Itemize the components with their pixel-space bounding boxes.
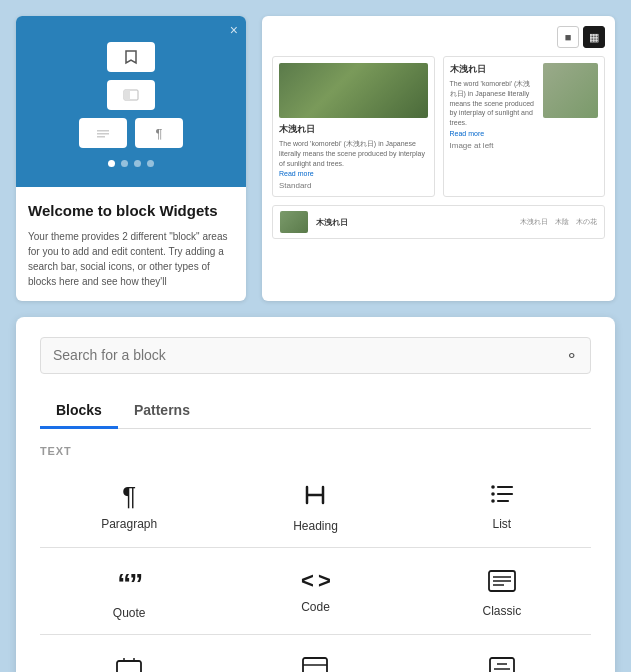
block-classic[interactable]: Classic — [413, 556, 591, 630]
blog-strip-thumb — [280, 211, 308, 233]
svg-point-10 — [491, 499, 495, 503]
blog-post-2-link[interactable]: Read more — [450, 130, 538, 137]
heading-label: Heading — [293, 519, 338, 533]
heading-icon — [303, 483, 327, 511]
svg-rect-20 — [490, 658, 514, 673]
block-paragraph[interactable]: ¶ Paragraph — [40, 469, 218, 543]
welcome-desc: Your theme provides 2 different "block" … — [28, 229, 234, 289]
welcome-title: Welcome to block Widgets — [28, 201, 234, 221]
svg-rect-1 — [124, 90, 130, 100]
widget-icon-image — [107, 80, 155, 110]
svg-rect-2 — [97, 130, 109, 132]
blog-strip-tags: 木洩れ日 木陰 木の花 — [520, 217, 597, 227]
tabs-row: Blocks Patterns — [40, 394, 591, 429]
block-heading[interactable]: Heading — [226, 469, 404, 543]
widget-icon-paragraph: ¶ — [135, 118, 183, 148]
list-icon — [490, 483, 514, 509]
close-button[interactable]: × — [230, 22, 238, 38]
block-code[interactable]: < > Code — [226, 556, 404, 630]
dot-4[interactable] — [147, 160, 154, 167]
dot-1[interactable] — [108, 160, 115, 167]
carousel-dots — [108, 160, 154, 167]
widget-icon-bookmark — [107, 42, 155, 72]
search-icon: ⚬ — [565, 346, 578, 365]
block-quote[interactable]: “” Quote — [40, 556, 218, 630]
block-extra-1[interactable] — [40, 643, 218, 673]
list-view-button[interactable]: ▦ — [583, 26, 605, 48]
blog-posts-grid: 木洩れ日 The word 'komorebi' (木洩れ日) in Japan… — [272, 56, 605, 197]
svg-rect-3 — [97, 133, 109, 135]
section-text-label: TEXT — [40, 445, 591, 457]
blog-post-1-desc: The word 'komorebi' (木洩れ日) in Japanese l… — [279, 139, 428, 168]
blog-post-1-image — [279, 63, 428, 118]
paragraph-label: Paragraph — [101, 517, 157, 531]
svg-rect-4 — [97, 136, 105, 138]
blog-post-2-label: Image at left — [450, 141, 599, 150]
grid-view-button[interactable]: ■ — [557, 26, 579, 48]
classic-icon — [488, 570, 516, 596]
svg-rect-15 — [117, 661, 141, 673]
blocks-row-2: “” Quote < > Code Classic — [40, 556, 591, 630]
blog-post-2: 木洩れ日 The word 'komorebi' (木洩れ日) in Japan… — [443, 56, 606, 197]
block-panel: ⚬ Blocks Patterns TEXT ¶ Paragraph Headi… — [16, 317, 615, 673]
welcome-card-header: × — [16, 16, 246, 187]
code-label: Code — [301, 600, 330, 614]
extra-2-icon — [302, 657, 328, 673]
svg-point-9 — [491, 492, 495, 496]
blocks-row-3 — [40, 643, 591, 673]
paragraph-icon: ¶ — [122, 483, 136, 509]
search-box: ⚬ — [40, 337, 591, 374]
blog-post-2-image — [543, 63, 598, 118]
dot-3[interactable] — [134, 160, 141, 167]
quote-icon: “” — [117, 570, 141, 598]
block-list[interactable]: List — [413, 469, 591, 543]
blocks-row-1: ¶ Paragraph Heading L — [40, 469, 591, 543]
tab-blocks[interactable]: Blocks — [40, 394, 118, 429]
blog-toolbar: ■ ▦ — [272, 26, 605, 48]
welcome-card-body: Welcome to block Widgets Your theme prov… — [16, 187, 246, 301]
blog-preview-card: ■ ▦ 木洩れ日 The word 'komorebi' (木洩れ日) in J… — [262, 16, 615, 301]
tab-patterns[interactable]: Patterns — [118, 394, 206, 429]
extra-3-icon — [489, 657, 515, 673]
block-extra-2[interactable] — [226, 643, 404, 673]
extra-1-icon — [116, 657, 142, 673]
blog-post-1-label: Standard — [279, 181, 428, 190]
welcome-card: × — [16, 16, 246, 301]
blog-post-2-desc: The word 'komorebi' (木洩れ日) in Japanese l… — [450, 79, 538, 128]
code-icon: < > — [301, 570, 330, 592]
list-label: List — [492, 517, 511, 531]
blog-post-1: 木洩れ日 The word 'komorebi' (木洩れ日) in Japan… — [272, 56, 435, 197]
blog-post-1-title: 木洩れ日 — [279, 123, 428, 136]
quote-label: Quote — [113, 606, 146, 620]
blog-post-2-content: 木洩れ日 The word 'komorebi' (木洩れ日) in Japan… — [450, 63, 599, 137]
widget-icon-list — [79, 118, 127, 148]
block-extra-3[interactable] — [413, 643, 591, 673]
blog-post-1-link[interactable]: Read more — [279, 170, 428, 177]
svg-point-8 — [491, 485, 495, 489]
dot-2[interactable] — [121, 160, 128, 167]
blog-post-2-title: 木洩れ日 — [450, 63, 538, 76]
search-input[interactable] — [53, 347, 565, 363]
widget-preview-icons: ¶ — [79, 42, 183, 148]
widget-icon-row2: ¶ — [79, 118, 183, 148]
blog-strip: 木洩れ日 木洩れ日 木陰 木の花 — [272, 205, 605, 239]
classic-label: Classic — [482, 604, 521, 618]
blog-strip-title: 木洩れ日 — [316, 217, 512, 228]
